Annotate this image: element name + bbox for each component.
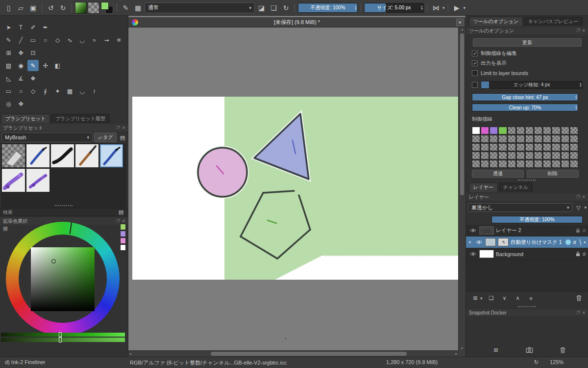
tool-magnetic-select[interactable]: ≀ — [89, 85, 100, 97]
alpha-lock-icon[interactable]: α — [583, 228, 586, 233]
float-docker-icon[interactable]: ❐ — [116, 126, 119, 130]
key-color-empty-cell[interactable] — [490, 135, 498, 143]
tool-transform[interactable]: ⊞ — [3, 47, 14, 58]
visibility-eye-icon[interactable] — [468, 251, 477, 257]
close-docker-icon[interactable]: ✕ — [122, 126, 125, 130]
tab-tool-options[interactable]: ツールのオプション — [469, 17, 523, 26]
scroll-up-icon[interactable]: ▴ — [461, 27, 463, 31]
add-layer-caret-icon[interactable]: ▾ — [480, 296, 483, 301]
key-color-swatch[interactable] — [481, 127, 489, 134]
tab-brush-history[interactable]: ブラシプリセット履歴 — [51, 114, 110, 123]
key-color-empty-cell[interactable] — [561, 152, 569, 159]
remove-button[interactable]: 削除 — [527, 170, 579, 178]
key-color-empty-cell[interactable] — [534, 143, 542, 151]
mask-active-dot-icon[interactable] — [565, 239, 571, 245]
switch-snapshot-button[interactable] — [525, 345, 534, 354]
status-sync-icon[interactable]: ↻ — [534, 359, 539, 366]
key-color-empty-cell[interactable] — [516, 127, 525, 134]
key-color-empty-cell[interactable] — [490, 152, 498, 159]
key-color-empty-cell[interactable] — [525, 127, 534, 134]
key-color-empty-cell[interactable] — [561, 160, 569, 168]
key-color-swatch[interactable] — [490, 127, 498, 134]
key-color-empty-cell[interactable] — [516, 160, 525, 168]
checkbox-show-output[interactable]: ✓ 出力を表示 — [472, 60, 507, 67]
tool-magic-wand-select[interactable]: ✦ — [52, 85, 63, 97]
key-color-empty-cell[interactable] — [561, 135, 569, 143]
layer-row-layer2[interactable]: レイヤー 2 α — [466, 225, 588, 237]
recent-color-swatch[interactable] — [120, 237, 126, 244]
key-color-empty-cell[interactable] — [498, 143, 507, 151]
key-color-empty-cell[interactable] — [508, 160, 516, 168]
checkbox-limit-layer-bounds[interactable]: Limit to layer bounds — [472, 70, 528, 77]
key-color-empty-cell[interactable] — [498, 135, 507, 143]
undo-button[interactable]: ↺ — [45, 2, 56, 13]
shade-strip-handle[interactable] — [59, 332, 62, 337]
vertical-scrollbar-thumb[interactable] — [460, 33, 464, 195]
tool-rectangle[interactable]: ▭ — [27, 34, 39, 46]
key-color-empty-cell[interactable] — [552, 160, 560, 168]
edge-detection-slider[interactable]: エッジ検知: 4 px ▴▾ — [481, 81, 583, 89]
search-input[interactable]: 検索 — [3, 209, 13, 216]
close-document-button[interactable]: ✕ — [456, 19, 464, 26]
preset-group-select[interactable]: MyBrash ▾ — [1, 132, 93, 142]
mirror-caret-icon[interactable]: ▾ — [442, 5, 445, 10]
key-color-empty-cell[interactable] — [481, 143, 489, 151]
tab-channels[interactable]: チャンネル — [499, 183, 533, 192]
key-color-empty-cell[interactable] — [570, 135, 578, 143]
key-color-empty-cell[interactable] — [481, 152, 489, 159]
blending-mode-select[interactable]: 通常 ▾ — [145, 2, 255, 13]
create-snapshot-button[interactable]: ⊞ — [491, 345, 500, 354]
canvas-viewport[interactable] — [128, 27, 458, 350]
close-docker-icon[interactable]: ✕ — [582, 311, 585, 315]
tool-multibrush[interactable]: ✳ — [113, 34, 124, 46]
key-color-empty-cell[interactable] — [490, 143, 498, 151]
tool-freehand-brush[interactable]: ✎ — [3, 34, 14, 46]
search-options-icon[interactable]: ▤ — [117, 208, 125, 217]
open-document-button[interactable]: ▱ — [15, 2, 26, 13]
tool-bezier-curve[interactable]: ◡ — [76, 34, 88, 46]
tool-gradient[interactable]: ▧ — [3, 60, 14, 71]
spinner[interactable]: ▴▾ — [575, 104, 577, 111]
wrap-caret-icon[interactable]: ▾ — [464, 5, 466, 10]
brush-preset-splatter-2[interactable] — [26, 168, 50, 192]
checkbox-edit-keystrokes[interactable]: ✓ 制御描線を編集 — [472, 50, 517, 57]
tool-dynamic-brush[interactable]: ⇝ — [101, 34, 112, 46]
key-color-empty-cell[interactable] — [543, 160, 551, 168]
key-color-empty-cell[interactable] — [516, 135, 525, 143]
add-layer-button[interactable]: ⊞ — [471, 294, 480, 303]
key-color-empty-cell[interactable] — [552, 135, 560, 143]
layer-row-colorize-mask[interactable]: ∨ ✎ 自動塗り分けマスク 1 α ╲ ▪ — [466, 237, 588, 248]
close-docker-icon[interactable]: ✕ — [582, 195, 585, 199]
tool-select-shapes[interactable]: ➤ — [3, 22, 14, 33]
spinner[interactable]: ▴▾ — [575, 94, 577, 101]
key-color-empty-cell[interactable] — [508, 143, 516, 151]
brush-editor-button[interactable]: ▦ — [132, 2, 144, 13]
tab-brush-presets[interactable]: ブラシプリセット — [1, 114, 50, 123]
splitter-handle[interactable] — [518, 306, 536, 307]
key-color-empty-cell[interactable] — [543, 135, 551, 143]
opacity-spinner[interactable]: ▴▾ — [355, 3, 356, 12]
key-color-empty-cell[interactable] — [552, 127, 560, 134]
duplicate-layer-button[interactable]: ❏ — [487, 294, 496, 303]
update-button[interactable]: 更新 — [473, 38, 582, 47]
size-slider[interactable]: サイズ: 5.00 px ▴▾ — [364, 3, 424, 13]
key-color-empty-cell[interactable] — [525, 152, 534, 159]
vertical-scrollbar[interactable]: ▴ ▾ — [458, 27, 466, 350]
key-color-empty-cell[interactable] — [534, 135, 542, 143]
delete-layer-button[interactable] — [574, 294, 583, 303]
recent-color-swatch[interactable] — [120, 231, 126, 237]
key-color-empty-cell[interactable] — [543, 152, 551, 159]
layer-filter-button[interactable]: ▽ — [574, 203, 583, 212]
tool-polygon[interactable]: ◇ — [52, 34, 63, 46]
key-color-empty-cell[interactable] — [516, 143, 525, 151]
cleanup-slider[interactable]: Clean up: 70% ▴▾ — [472, 104, 578, 111]
key-color-empty-cell[interactable] — [508, 127, 516, 134]
key-color-empty-cell[interactable] — [543, 143, 551, 151]
key-color-empty-cell[interactable] — [525, 135, 534, 143]
tool-assistants[interactable]: ◺ — [3, 73, 14, 84]
recent-color-swatch[interactable] — [120, 244, 126, 251]
key-color-swatch[interactable] — [472, 127, 480, 134]
tool-text[interactable]: T — [15, 22, 26, 33]
delete-snapshot-button[interactable] — [558, 345, 567, 354]
tab-canvas-preview[interactable]: キャンバスプレビュー — [524, 17, 583, 26]
